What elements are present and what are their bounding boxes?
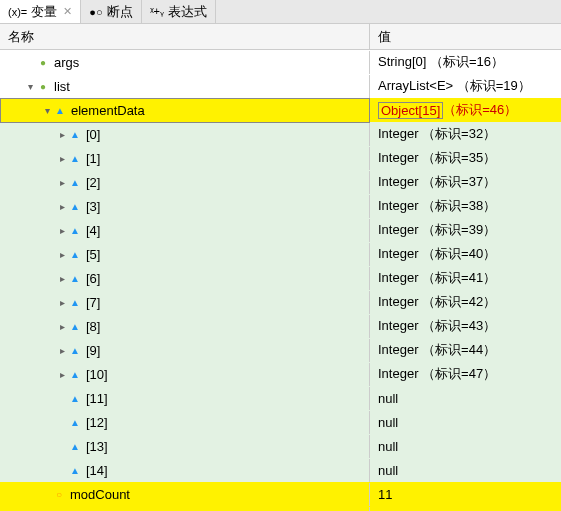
expand-icon[interactable]: ▸ — [56, 177, 68, 188]
row-name-cell[interactable]: ▲[12] — [0, 411, 370, 434]
type-icon: ▲ — [68, 129, 82, 140]
variable-name: modCount — [70, 487, 130, 502]
row-value-cell: null — [370, 387, 561, 410]
type-icon: ▲ — [68, 345, 82, 356]
collapse-icon[interactable]: ▾ — [41, 105, 53, 116]
tree-row[interactable]: ■size11 — [0, 506, 561, 511]
row-name-cell[interactable]: ▸▲[3] — [0, 195, 370, 218]
variable-name: [0] — [86, 127, 100, 142]
row-value-cell: Integer （标识=47） — [370, 361, 561, 387]
expand-icon[interactable]: ▸ — [56, 201, 68, 212]
tree-row[interactable]: ▲[14]null — [0, 458, 561, 482]
row-name-cell[interactable]: ▸▲[7] — [0, 291, 370, 314]
variable-value: Integer （标识=40） — [378, 245, 496, 263]
tree-row[interactable]: ▸▲[8]Integer （标识=43） — [0, 314, 561, 338]
tab-label: 断点 — [107, 3, 133, 21]
variable-name: [12] — [86, 415, 108, 430]
row-value-cell: null — [370, 411, 561, 434]
type-icon: ● — [36, 81, 50, 92]
row-value-cell: Integer （标识=37） — [370, 169, 561, 195]
expand-icon[interactable]: ▸ — [56, 129, 68, 140]
row-name-cell[interactable]: ▸▲[9] — [0, 339, 370, 362]
tree-row[interactable]: ▾▲elementDataObject[15]（标识=46） — [0, 98, 561, 122]
tree-row[interactable]: ▸▲[9]Integer （标识=44） — [0, 338, 561, 362]
tree-row[interactable]: ▸▲[0]Integer （标识=32） — [0, 122, 561, 146]
row-value-cell: Integer （标识=35） — [370, 145, 561, 171]
header-value[interactable]: 值 — [370, 24, 561, 50]
row-name-cell[interactable]: ▸▲[1] — [0, 147, 370, 170]
variable-name: args — [54, 55, 79, 70]
tree-row[interactable]: ▲[11]null — [0, 386, 561, 410]
header-name[interactable]: 名称 — [0, 24, 370, 50]
row-name-cell[interactable]: ▸▲[2] — [0, 171, 370, 194]
row-name-cell[interactable]: ▸▲[4] — [0, 219, 370, 242]
row-value-cell: Integer （标识=42） — [370, 289, 561, 315]
row-name-cell[interactable]: ▲[11] — [0, 387, 370, 410]
type-icon: ▲ — [68, 249, 82, 260]
row-name-cell[interactable]: ■size — [0, 507, 370, 512]
type-icon: ▲ — [68, 201, 82, 212]
variable-value: null — [378, 391, 398, 406]
variable-value: String[0] （标识=16） — [378, 53, 504, 71]
row-value-cell: Integer （标识=44） — [370, 337, 561, 363]
variable-value: ArrayList<E> （标识=19） — [378, 77, 531, 95]
row-name-cell[interactable]: ▸▲[0] — [0, 123, 370, 146]
row-name-cell[interactable]: ▾●list — [0, 75, 370, 98]
variable-value: Integer （标识=42） — [378, 293, 496, 311]
expand-icon[interactable]: ▸ — [56, 297, 68, 308]
tab-breakpoints[interactable]: ●○ 断点 — [81, 0, 141, 23]
tree-row[interactable]: ●argsString[0] （标识=16） — [0, 50, 561, 74]
tree-row[interactable]: ▸▲[1]Integer （标识=35） — [0, 146, 561, 170]
type-icon: ▲ — [68, 465, 82, 476]
tree-row[interactable]: ▾●listArrayList<E> （标识=19） — [0, 74, 561, 98]
row-value-cell: String[0] （标识=16） — [370, 49, 561, 75]
type-icon: ▲ — [68, 393, 82, 404]
row-name-cell[interactable]: ▸▲[5] — [0, 243, 370, 266]
type-icon: ▲ — [68, 417, 82, 428]
tab-expressions[interactable]: ᵡ+ᵧ 表达式 — [142, 0, 216, 23]
expand-icon[interactable]: ▸ — [56, 225, 68, 236]
variable-value: Object[15] — [378, 102, 443, 119]
row-name-cell[interactable]: ▸▲[8] — [0, 315, 370, 338]
row-value-cell: 11 — [370, 483, 561, 506]
variable-value: null — [378, 463, 398, 478]
variable-name: list — [54, 79, 70, 94]
tab-bar: (x)= 变量 ✕ ●○ 断点 ᵡ+ᵧ 表达式 — [0, 0, 561, 24]
row-name-cell[interactable]: ▾▲elementData — [0, 98, 370, 123]
row-name-cell[interactable]: ▸▲[6] — [0, 267, 370, 290]
variable-id: （标识=46） — [443, 101, 517, 119]
row-name-cell[interactable]: ○modCount — [0, 483, 370, 506]
row-name-cell[interactable]: ●args — [0, 51, 370, 74]
expand-icon[interactable]: ▸ — [56, 249, 68, 260]
tree-row[interactable]: ▸▲[3]Integer （标识=38） — [0, 194, 561, 218]
expand-icon[interactable]: ▸ — [56, 345, 68, 356]
collapse-icon[interactable]: ▾ — [24, 81, 36, 92]
tree-row[interactable]: ▲[12]null — [0, 410, 561, 434]
type-icon: ▲ — [68, 153, 82, 164]
row-name-cell[interactable]: ▲[14] — [0, 459, 370, 482]
expand-icon[interactable]: ▸ — [56, 153, 68, 164]
type-icon: ▲ — [68, 273, 82, 284]
expand-icon[interactable]: ▸ — [56, 273, 68, 284]
table-header: 名称 值 — [0, 24, 561, 50]
close-icon[interactable]: ✕ — [63, 5, 72, 18]
variable-name: [8] — [86, 319, 100, 334]
expand-icon[interactable]: ▸ — [56, 369, 68, 380]
tree-row[interactable]: ○modCount11 — [0, 482, 561, 506]
tree-row[interactable]: ▸▲[6]Integer （标识=41） — [0, 266, 561, 290]
type-icon: ● — [36, 57, 50, 68]
tab-variables[interactable]: (x)= 变量 ✕ — [0, 0, 81, 23]
variable-name: [13] — [86, 439, 108, 454]
type-icon: ▲ — [53, 105, 67, 116]
tree-row[interactable]: ▸▲[10]Integer （标识=47） — [0, 362, 561, 386]
tree-row[interactable]: ▸▲[5]Integer （标识=40） — [0, 242, 561, 266]
variable-name: [7] — [86, 295, 100, 310]
expand-icon[interactable]: ▸ — [56, 321, 68, 332]
tree-row[interactable]: ▲[13]null — [0, 434, 561, 458]
tree-row[interactable]: ▸▲[7]Integer （标识=42） — [0, 290, 561, 314]
row-name-cell[interactable]: ▲[13] — [0, 435, 370, 458]
tree-row[interactable]: ▸▲[2]Integer （标识=37） — [0, 170, 561, 194]
tree-row[interactable]: ▸▲[4]Integer （标识=39） — [0, 218, 561, 242]
variable-name: [5] — [86, 247, 100, 262]
row-name-cell[interactable]: ▸▲[10] — [0, 363, 370, 386]
